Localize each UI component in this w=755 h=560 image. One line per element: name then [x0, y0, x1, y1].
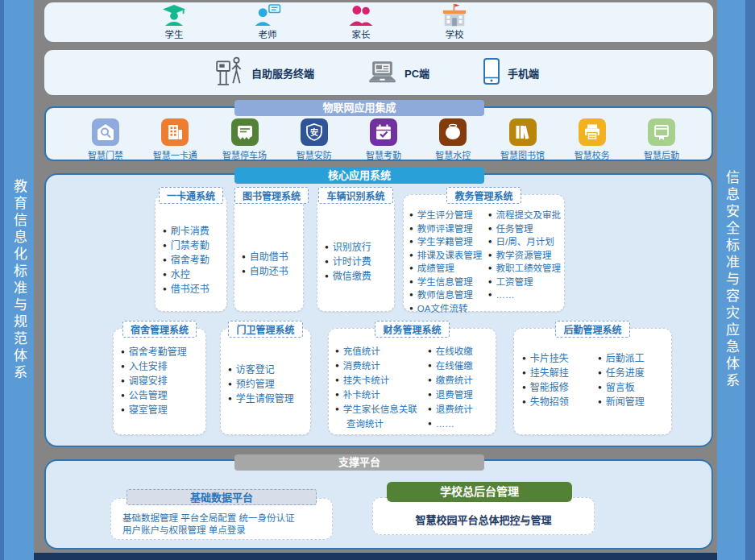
parents-icon: [348, 4, 375, 27]
feature-item: 消费统计: [335, 359, 425, 374]
parking-ticket-icon: [231, 118, 259, 146]
iot-app-security: 安智慧安防: [284, 118, 345, 161]
teacher-icon: [253, 4, 282, 27]
feature-item: 学生信息管理: [409, 276, 486, 290]
basic-data-platform-line: 用户账户与权限管理 单点登录: [122, 525, 332, 537]
feature-item: 成绩管理: [409, 263, 486, 276]
left-standards-label: 教育信息化标准与规范体系: [9, 179, 29, 382]
terminal-pc: PC端: [367, 60, 429, 86]
left-standards-bar: 教育信息化标准与规范体系: [0, 0, 34, 560]
feature-item: 排课及课表管理: [409, 250, 486, 263]
feature-item: 预约管理: [228, 378, 294, 392]
support-section-header: 支撑平台: [234, 454, 484, 471]
printer-icon: [579, 118, 606, 146]
iot-app-library: 智慧图书馆: [492, 118, 554, 161]
feature-item: 水控: [163, 268, 209, 283]
feature-item: 教师信息管理: [409, 289, 486, 303]
system-box-features: 刷卡消费门禁考勤宿舍考勤水控借书还书: [156, 225, 226, 297]
feature-item: 自助还书: [242, 265, 288, 280]
user-role-school: 学校: [428, 4, 481, 40]
user-role-teacher: 老师: [241, 4, 294, 40]
feature-item: 挂失解挂: [522, 367, 588, 381]
feature-item: 门禁考勤: [163, 239, 209, 254]
terminal-label: 自助服务终端: [251, 65, 314, 81]
iot-app-logistics: 智慧后勤: [631, 118, 692, 161]
laptop-icon: [367, 60, 397, 86]
user-role-parent: 家长: [334, 4, 388, 40]
feature-item: 在线收缴: [428, 345, 473, 359]
system-box-gate: 门卫管理系统访客登记预约管理学生请假管理: [220, 328, 311, 435]
feature-item: 补卡统计: [335, 388, 425, 403]
feature-item: 寝室管理: [121, 404, 187, 418]
school-admin-title: 学校总后台管理: [387, 482, 572, 502]
building-card-icon: [161, 118, 189, 146]
feature-item: 退费统计: [428, 403, 473, 417]
feature-item: 在线催缴: [428, 359, 473, 374]
iot-app-access: 智慧门禁: [75, 118, 136, 161]
feature-item: 流程提交及审批: [488, 209, 561, 223]
user-role-student: 学生: [147, 4, 201, 40]
iot-app-label: 智慧门禁: [88, 148, 123, 161]
iot-app-label: 智慧一卡通: [153, 148, 197, 161]
system-box-finance: 财务管理系统充值统计消费统计挂失卡统计补卡统计学生家长信息关联查询统计在线收缴在…: [328, 328, 496, 435]
system-box-features: 学生评分管理教师评课管理学生学籍管理排课及课表管理成绩管理学生信息管理教师信息管…: [404, 209, 564, 316]
feature-item: 识别放行: [325, 241, 371, 255]
system-box-library: 图书管理系统自助借书自助还书: [234, 194, 304, 312]
iot-app-label: 智慧安防: [297, 148, 332, 161]
feature-item: 教师评课管理: [409, 223, 486, 237]
terminal-mobile: 手机端: [483, 57, 539, 89]
feature-item: 教职工绩效管理: [488, 263, 561, 276]
feature-item: 充值统计: [335, 345, 425, 359]
feature-item: 卡片挂失: [522, 352, 588, 367]
feature-item: 学生学籍管理: [409, 236, 486, 250]
right-standards-label: 信息安全标准与容灾应急体系: [721, 170, 741, 390]
iot-app-attendance: 智慧考勤: [353, 118, 414, 161]
feature-item: 教学资源管理: [488, 250, 561, 263]
system-box-academic: 教务管理系统学生评分管理教师评课管理学生学籍管理排课及课表管理成绩管理学生信息管…: [403, 194, 565, 312]
user-role-label: 家长: [352, 27, 371, 40]
school-icon: [441, 4, 468, 27]
basic-data-platform-title: 基础数据平台: [127, 489, 317, 505]
system-box-title: 图书管理系统: [234, 187, 309, 204]
system-box-features: 卡片挂失挂失解挂智能报修失物招领后勤派工任务进度留言板新闻管理: [514, 352, 671, 410]
iot-app-label: 智慧图书馆: [500, 148, 545, 161]
iot-app-label: 智慧考勤: [366, 148, 401, 161]
feature-item: 智能报修: [522, 381, 588, 396]
phone-icon: [483, 57, 500, 89]
feature-item: OA文件流转: [409, 303, 486, 317]
door-access-icon: [92, 118, 119, 146]
system-box-title: 一卡通系统: [159, 187, 223, 204]
system-box-features: 宿舍考勤管理入住安排调寝安排公告管理寝室管理: [114, 346, 205, 418]
books-icon: [509, 118, 537, 146]
iot-app-label: 智慧停车场: [222, 148, 267, 161]
system-box-title: 教务管理系统: [446, 187, 521, 204]
iot-app-parking: 智慧停车场: [214, 118, 276, 161]
iot-app-label: 智慧校务: [575, 148, 610, 161]
feature-item: 失物招领: [522, 396, 588, 410]
system-box-onecard: 一卡通系统刷卡消费门禁考勤宿舍考勤水控借书还书: [155, 194, 227, 312]
student-icon: [161, 4, 187, 27]
feature-item: 宿舍考勤: [163, 254, 209, 268]
calendar-check-icon: [370, 118, 397, 146]
system-box-features: 自助借书自助还书: [234, 251, 303, 280]
system-box-logistics: 后勤管理系统卡片挂失挂失解挂智能报修失物招领后勤派工任务进度留言板新闻管理: [513, 328, 672, 435]
iot-app-water: 智慧水控: [422, 118, 483, 161]
water-control-icon: [439, 118, 467, 146]
feature-item: 自助借书: [242, 251, 288, 265]
kiosk-icon: [215, 56, 244, 89]
feature-item: 任务管理: [488, 223, 561, 237]
user-role-label: 学生: [165, 27, 184, 40]
system-box-vehicle: 车辆识别系统识别放行计时计费微信缴费: [317, 194, 395, 312]
school-admin-box: 智慧校园平台总体把控与管理: [372, 497, 595, 535]
school-admin-content: 智慧校园平台总体把控与管理: [415, 512, 551, 527]
feature-item: 缴费统计: [428, 374, 473, 388]
feature-item: 刷卡消费: [163, 225, 209, 239]
feature-item: 学生评分管理: [409, 209, 486, 223]
feature-item: 挂失卡统计: [335, 374, 425, 388]
right-standards-bar: 信息安全标准与容灾应急体系: [717, 0, 755, 560]
feature-item: ……: [428, 417, 473, 432]
terminals-panel: 自助服务终端PC端手机端: [44, 50, 713, 95]
iot-integration-panel: 物联网应用集成 智慧门禁智慧一卡通智慧停车场安智慧安防智慧考勤智慧水控智慧图书馆…: [44, 106, 713, 161]
banner-icon: [648, 118, 675, 146]
core-section-header: 核心应用系统: [234, 168, 484, 184]
